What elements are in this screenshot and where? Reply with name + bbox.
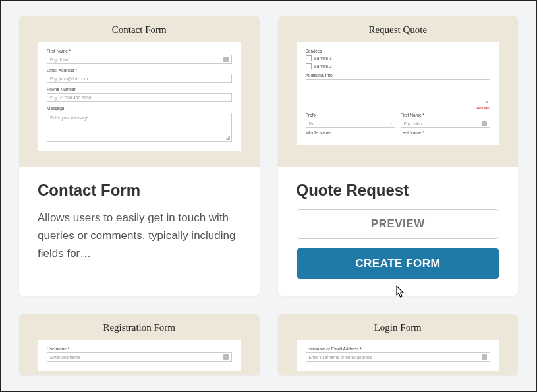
thumbnail: Login Form Username or Email Address * E…	[278, 314, 519, 375]
card-body: Contact Form Allows users to easily get …	[19, 167, 260, 280]
mini-form-preview: Username * Enter username	[38, 340, 241, 371]
create-form-button[interactable]: CREATE FORM	[297, 248, 500, 279]
template-card-login[interactable]: Login Form Username or Email Address * E…	[278, 314, 519, 375]
template-card-registration[interactable]: Registration Form Username * Enter usern…	[19, 314, 260, 375]
thumbnail: Request Quote Services Service 1 Service…	[278, 16, 519, 167]
mini-form-preview: First Name * E.g. John Email Address * E…	[38, 42, 241, 151]
preview-button[interactable]: PREVIEW	[297, 209, 500, 239]
thumb-title: Request Quote	[278, 16, 519, 42]
template-card-contact[interactable]: Contact Form First Name * E.g. John Emai…	[19, 16, 260, 296]
mini-form-preview: Username or Email Address * Enter userna…	[297, 340, 500, 371]
card-description: Allows users to easily get in touch with…	[38, 209, 241, 263]
thumb-title: Login Form	[278, 314, 519, 340]
card-title: Contact Form	[38, 181, 241, 200]
card-title: Quote Request	[297, 181, 500, 200]
thumb-title: Registration Form	[19, 314, 260, 340]
template-grid: Contact Form First Name * E.g. John Emai…	[1, 1, 536, 391]
template-card-quote[interactable]: Request Quote Services Service 1 Service…	[278, 16, 519, 296]
thumbnail: Contact Form First Name * E.g. John Emai…	[19, 16, 260, 167]
mini-form-preview: Services Service 1 Service 2 Additional …	[297, 42, 500, 145]
card-body: Quote Request PREVIEW CREATE FORM	[278, 167, 519, 296]
thumbnail: Registration Form Username * Enter usern…	[19, 314, 260, 375]
thumb-title: Contact Form	[19, 16, 260, 42]
